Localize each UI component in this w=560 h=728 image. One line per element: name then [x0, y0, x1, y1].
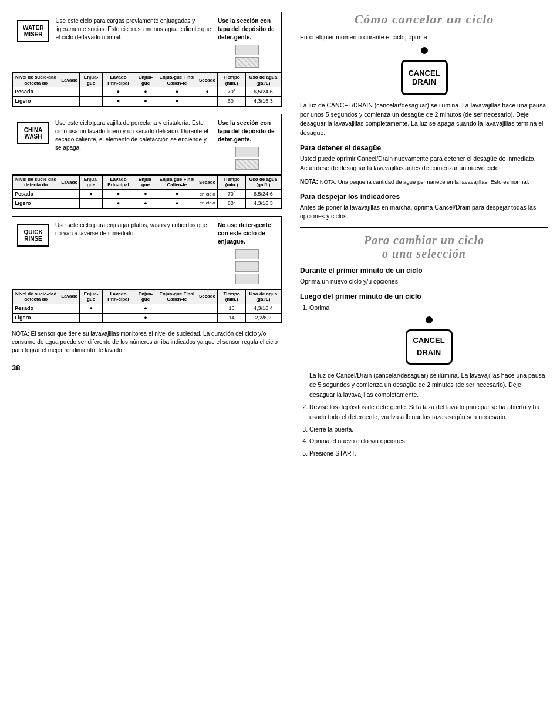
table-row: Pesado ● ● ● ● en ciclo 70° 6,5/24,6: [13, 189, 281, 198]
col-lavado-prin: Lavado Prin-cipal: [102, 73, 134, 87]
subsection1-note: NOTA: NOTA: Una pequeña cantidad de ague…: [300, 177, 548, 186]
detergent-icon-plain-3: [235, 249, 259, 259]
step-2: Revise los depósitos de detergente. Si l…: [309, 402, 548, 422]
cancel-drain-button-2: CANCEL DRAIN: [406, 329, 453, 365]
quick-rinse-table: Nivel de sucie-dad detecta do Lavado Enj…: [12, 289, 281, 323]
water-miser-header: WATER MISER Use este ciclo para cargas p…: [12, 12, 281, 73]
china-wash-label: CHINA WASH: [17, 122, 49, 144]
col-tiempo: Tiempo (min.): [218, 73, 245, 87]
china-wash-detergent: Use la sección con tapa del depósito de …: [218, 119, 276, 170]
cancel-drain-area-1: CANCEL DRAIN: [300, 47, 548, 95]
step-3: Cierre la puerta.: [309, 424, 548, 434]
quick-rinse-label: QUICK RINSE: [17, 224, 49, 247]
china-wash-block: CHINA WASH Use este ciclo para vajilla d…: [12, 114, 282, 209]
china-wash-description: Use este ciclo para vajilla de porcelana…: [55, 119, 212, 170]
detergent-icon-plain-2: [235, 147, 259, 157]
section-divider: [300, 227, 548, 228]
step-4: Oprima el nuevo ciclo y/u opciones.: [309, 436, 548, 446]
step-1: Oprima CANCEL DRAIN La luz de Cancel/Dra…: [309, 303, 548, 400]
right-column: Cómo cancelar un ciclo En cualquier mome…: [294, 12, 548, 461]
col-secado: Secado: [197, 73, 217, 87]
page-container: WATER MISER Use este ciclo para cargas p…: [12, 12, 548, 461]
right-title-2: Para cambiar un ciclo o una selección: [300, 234, 548, 261]
subsection1-title: Para detener el desagüe: [300, 144, 548, 152]
right-title-1: Cómo cancelar un ciclo: [300, 12, 548, 27]
detergent-icon-plain-3c: [235, 274, 259, 284]
cancel-description: La luz de CANCEL/DRAIN (cancelar/desagua…: [300, 101, 548, 138]
detergent-icon-plain: [235, 45, 259, 55]
quick-rinse-header: QUICK RINSE Use sete ciclo para enjuagar…: [12, 217, 281, 289]
left-column: WATER MISER Use este ciclo para cargas p…: [12, 12, 282, 461]
table-row: Pesado ● ● 18 4,3/16,4: [13, 304, 281, 313]
water-miser-block: WATER MISER Use este ciclo para cargas p…: [12, 12, 282, 107]
col-enjua-final: Enjua-gue Final Calien-te: [157, 73, 197, 87]
cancel-drain-area-2: CANCEL DRAIN: [309, 316, 548, 365]
section2-text1: Oprima un nuevo cíclo y/u opciones.: [300, 277, 548, 287]
section2-title1: Durante el primer minuto de un ciclo: [300, 267, 548, 275]
subsection1-text: Usted puede oprimir Cancel/Drain nuevame…: [300, 154, 548, 173]
col-agua: Uso de agua (gal/L): [245, 73, 281, 87]
section2-steps: Oprima CANCEL DRAIN La luz de Cancel/Dra…: [300, 303, 548, 459]
page-number: 38: [12, 363, 282, 372]
detergent-icon-plain-3b: [235, 261, 259, 272]
table-row: Ligero ● ● ● 60° 4,3/16,3: [13, 96, 281, 106]
china-wash-table: Nivel de sucie-dad detecta do Lavado Enj…: [12, 175, 281, 208]
cancel-drain-button-1: CANCEL DRAIN: [401, 60, 448, 95]
detergent-icons-2: [218, 147, 276, 170]
water-miser-description: Use este ciclo para cargas previamente e…: [55, 17, 212, 68]
col-nivel: Nivel de sucie-dad detecta do: [13, 73, 59, 87]
water-miser-label: WATER MISER: [17, 20, 49, 42]
china-wash-header: CHINA WASH Use este ciclo para vajilla d…: [12, 114, 281, 175]
quick-rinse-description: Use sete ciclo para enjuagar platos, vas…: [55, 221, 212, 284]
cancel-dot-2: [426, 316, 433, 323]
water-miser-detergent: Use la sección con tapa del depósito de …: [218, 17, 276, 68]
table-row: Ligero ● 14 2,2/8,2: [13, 313, 281, 322]
water-miser-table: Nivel de sucie-dad detecta do Lavado Enj…: [12, 73, 281, 106]
table-row: Ligero ● ● ● en ciclo 60° 4,3/16,3: [13, 198, 281, 208]
col-lavado: Lavado: [59, 73, 80, 87]
detergent-icon-speckled: [235, 57, 259, 68]
subsection2-title: Para despejar los indicadores: [300, 193, 548, 201]
intro-text: En cualquier momento durante el ciclo, o…: [300, 33, 548, 42]
col-enjua1: Enjua-gue: [80, 73, 103, 87]
bottom-note: NOTA: El sensor que tiene su lavavajilla…: [12, 330, 282, 355]
cancel-dot-1: [421, 47, 428, 54]
step-5: Presione START.: [309, 449, 548, 459]
quick-rinse-detergent: No use deter-gente con este ciclo de enj…: [218, 221, 276, 284]
detergent-icon-speckled-2: [235, 159, 259, 170]
quick-rinse-block: QUICK RINSE Use sete ciclo para enjuagar…: [12, 216, 282, 323]
detergent-icons: [218, 45, 276, 68]
section2-title2: Luego del primer minuto de un ciclo: [300, 292, 548, 301]
detergent-icons-3: [218, 249, 276, 284]
col-enjua2: Enjua-gue: [134, 73, 157, 87]
subsection2-text: Antes de poner la lavavajillas en marcha…: [300, 203, 548, 222]
table-row: Pesado ● ● ● ● 70° 6,5/24,6: [13, 87, 281, 97]
